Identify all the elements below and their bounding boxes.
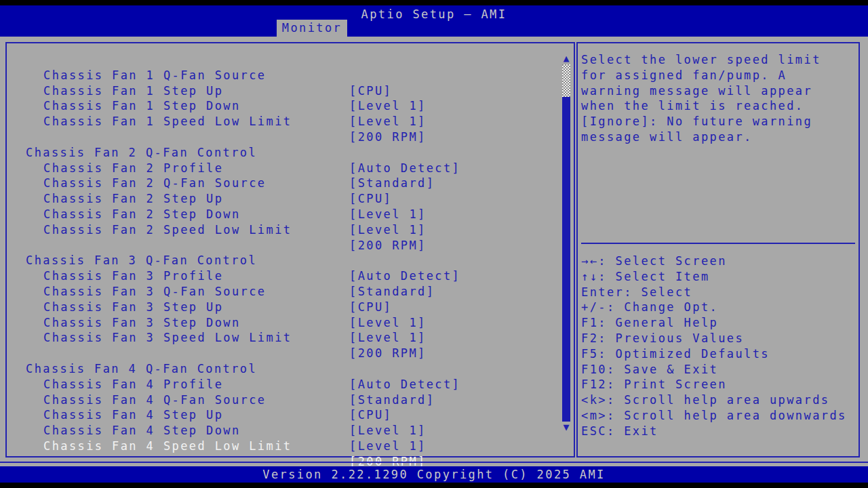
menu-item-row[interactable]: Chassis Fan 2 Step Up [Level 1] [7, 176, 574, 191]
item-value: [Level 1] [349, 330, 427, 346]
menu-item-row[interactable]: Chassis Fan 1 Speed Low Limit [200 RPM] [7, 98, 574, 114]
menu-item-row[interactable]: Chassis Fan 3 Step Up [Level 1] [7, 284, 574, 300]
menu-item-row[interactable]: Chassis Fan 4 Q-Fan Source [CPU] [7, 377, 574, 392]
menu-item-row[interactable]: Chassis Fan 3 Profile [Standard] [7, 253, 574, 268]
hotkey-line: ↑↓: Select Item [581, 269, 857, 285]
menu-item-row[interactable]: Chassis Fan 4 Profile [Standard] [7, 361, 574, 377]
menu-item-row[interactable]: Chassis Fan 2 Speed Low Limit [200 RPM] [7, 207, 574, 222]
menu-item-row[interactable]: Chassis Fan 4 Step Down [Level 1] [7, 407, 574, 423]
help-text-line: when the limit is reached. [581, 98, 856, 114]
hotkey-list: →←: Select Screen↑↓: Select ItemEnter: S… [581, 253, 857, 439]
scrollbar-thumb[interactable] [562, 64, 570, 97]
help-text-line: for assigned fan/pump. A [581, 68, 856, 83]
hotkey-line: F10: Save & Exit [581, 362, 857, 378]
hotkey-line: F12: Print Screen [581, 377, 857, 392]
hotkey-line: ESC: Exit [581, 424, 857, 439]
help-text-line: [Ignore]: No future warning [581, 114, 856, 129]
menu-item-row[interactable]: Chassis Fan 1 Step Down [Level 1] [7, 83, 574, 99]
tab-monitor[interactable]: Monitor [277, 20, 347, 37]
help-text-line: message will appear. [581, 129, 856, 145]
item-label: Chassis Fan 3 Speed Low Limit [43, 330, 292, 346]
menu-item-row[interactable]: Chassis Fan 2 Step Down [Level 1] [7, 191, 574, 207]
scroll-up-icon[interactable]: ▲ [559, 53, 573, 64]
settings-panel: Chassis Fan 1 Q-Fan Source [CPU] Chassis… [5, 42, 575, 458]
menu-item-row[interactable]: Chassis Fan 3 Q-Fan Source [CPU] [7, 268, 574, 284]
hotkey-line: +/-: Change Opt. [581, 300, 857, 315]
item-label: Chassis Fan 4 Speed Low Limit [43, 439, 292, 454]
footer-bar: Version 2.22.1290 Copyright (C) 2025 AMI [0, 466, 868, 483]
item-value: [Level 1] [349, 439, 427, 454]
scroll-down-icon[interactable]: ▼ [559, 422, 573, 432]
hotkey-line: F5: Optimized Defaults [581, 346, 857, 362]
help-panel: Select the lower speed limitfor assigned… [576, 42, 860, 458]
menu-item-row[interactable]: Chassis Fan 4 Speed Low Limit [200 RPM] [7, 423, 574, 439]
page-title: Aptio Setup – AMI [0, 5, 868, 22]
menu-item-row[interactable]: Chassis Fan 1 Q-Fan Source [CPU] [7, 52, 574, 68]
scrollbar[interactable]: ▲ ▼ [559, 43, 573, 456]
menu-item-row[interactable]: Chassis Fan 2 Profile [Standard] [7, 145, 574, 161]
hotkey-line: Enter: Select [581, 285, 857, 300]
help-text: Select the lower speed limitfor assigned… [581, 52, 856, 145]
menu-item-row[interactable]: Chassis Fan 1 Step Up [Level 1] [7, 68, 574, 83]
item-value: [Level 1] [349, 222, 427, 238]
menu-item-row[interactable]: Chassis Fan 2 Q-Fan Control [Auto Detect… [7, 129, 574, 145]
menu-item-row[interactable]: Chassis Fan 2 Q-Fan Source [CPU] [7, 161, 574, 176]
menu-item-row[interactable]: Chassis Fan 3 Q-Fan Control [Auto Detect… [7, 238, 574, 253]
help-divider [581, 243, 855, 244]
menu-item-row[interactable]: Chassis Fan 4 Step Up [Level 1] [7, 392, 574, 408]
version-text: Version 2.22.1290 Copyright (C) 2025 AMI [262, 468, 605, 481]
item-label: Chassis Fan 2 Speed Low Limit [43, 222, 292, 238]
menu-item-row[interactable]: Chassis Fan 3 Step Down [Level 1] [7, 300, 574, 315]
hotkey-line: F1: General Help [581, 315, 857, 331]
hotkey-line: <k>: Scroll help area upwards [581, 392, 857, 408]
bios-screen: Aptio Setup – AMI Monitor Chassis Fan 1 … [0, 0, 868, 488]
help-text-line: warning message will appear [581, 83, 856, 99]
menu-list: Chassis Fan 1 Q-Fan Source [CPU] Chassis… [7, 52, 574, 439]
item-label: Chassis Fan 1 Speed Low Limit [43, 114, 292, 129]
item-value: [Level 1] [349, 114, 427, 129]
header-bar: Aptio Setup – AMI [0, 5, 868, 37]
help-text-line: Select the lower speed limit [581, 52, 856, 68]
menu-item-row[interactable]: Chassis Fan 3 Speed Low Limit [200 RPM] [7, 315, 574, 331]
hotkey-line: <m>: Scroll help area downwards [581, 408, 857, 424]
menu-item-row[interactable]: Chassis Fan 4 Q-Fan Control [Auto Detect… [7, 346, 574, 361]
scrollbar-track[interactable] [562, 97, 570, 422]
footer-divider [0, 462, 868, 463]
hotkey-line: F2: Previous Values [581, 331, 857, 346]
hotkey-line: →←: Select Screen [581, 253, 857, 269]
